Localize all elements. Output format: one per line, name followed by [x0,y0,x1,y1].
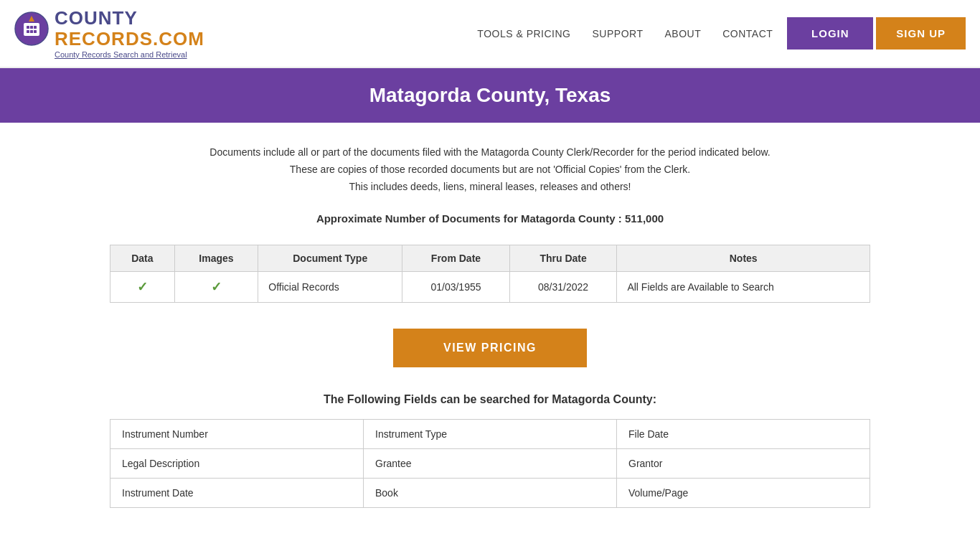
logo-text: COUNTY RECORDS.COM [55,8,204,49]
page-title: Matagorda County, Texas [14,84,966,107]
main-nav: TOOLS & PRICING SUPPORT ABOUT CONTACT [477,28,773,39]
description-line3: This includes deeds, liens, mineral leas… [110,179,870,196]
cell-from-date: 01/03/1955 [402,272,510,303]
field-instrument-type: Instrument Type [364,420,617,449]
svg-rect-7 [34,30,37,33]
field-grantee: Grantee [364,449,617,479]
col-header-doc-type: Document Type [258,245,402,272]
logo-area: COUNTY RECORDS.COM County Records Search… [14,8,204,59]
login-button[interactable]: LOGIN [787,17,873,50]
svg-rect-3 [30,26,33,29]
images-checkmark: ✓ [211,280,222,294]
records-table: Data Images Document Type From Date Thru… [110,245,870,303]
cell-notes: All Fields are Available to Search [617,272,870,303]
cell-thru-date: 08/31/2022 [509,272,617,303]
logo-icon [14,11,49,46]
view-pricing-button[interactable]: VIEW PRICING [393,329,587,367]
svg-rect-2 [27,26,29,29]
table-row: ✓ ✓ Official Records 01/03/1955 08/31/20… [110,272,870,303]
fields-heading: The Following Fields can be searched for… [110,393,870,406]
nav-support[interactable]: SUPPORT [593,28,644,39]
doc-count: Approximate Number of Documents for Mata… [110,212,870,225]
fields-row-1: Instrument Number Instrument Type File D… [110,420,870,449]
fields-row-3: Instrument Date Book Volume/Page [110,479,870,508]
svg-rect-6 [30,30,33,33]
nav-about[interactable]: ABOUT [664,28,701,39]
signup-button[interactable]: SIGN UP [876,17,966,50]
pricing-btn-wrap: VIEW PRICING [110,329,870,367]
field-legal-description: Legal Description [110,449,364,479]
col-header-thru-date: Thru Date [509,245,617,272]
col-header-images: Images [174,245,258,272]
hero-banner: Matagorda County, Texas [0,68,980,123]
field-volume-page: Volume/Page [617,479,870,508]
svg-rect-4 [34,26,37,29]
svg-rect-5 [27,30,29,33]
description-block: Documents include all or part of the doc… [110,144,870,195]
logo-county: COUNTY [55,8,204,29]
field-instrument-number: Instrument Number [110,420,364,449]
description-line1: Documents include all or part of the doc… [110,144,870,161]
fields-table: Instrument Number Instrument Type File D… [110,419,870,508]
nav-tools-pricing[interactable]: TOOLS & PRICING [477,28,570,39]
field-instrument-date: Instrument Date [110,479,364,508]
cell-doc-type: Official Records [258,272,402,303]
description-line2: These are copies of those recorded docum… [110,161,870,179]
col-header-notes: Notes [617,245,870,272]
cell-images-check: ✓ [174,272,258,303]
svg-rect-1 [24,23,39,36]
fields-row-2: Legal Description Grantee Grantor [110,449,870,479]
field-grantor: Grantor [617,449,870,479]
field-book: Book [364,479,617,508]
cell-data-check: ✓ [110,272,175,303]
col-header-from-date: From Date [402,245,510,272]
logo-tagline: County Records Search and Retrieval [55,50,204,59]
field-file-date: File Date [617,420,870,449]
main-content: Documents include all or part of the doc… [95,123,885,529]
logo-records: RECORDS.COM [55,29,204,50]
data-checkmark: ✓ [137,280,148,294]
site-header: COUNTY RECORDS.COM County Records Search… [0,0,980,68]
col-header-data: Data [110,245,175,272]
nav-contact[interactable]: CONTACT [722,28,773,39]
